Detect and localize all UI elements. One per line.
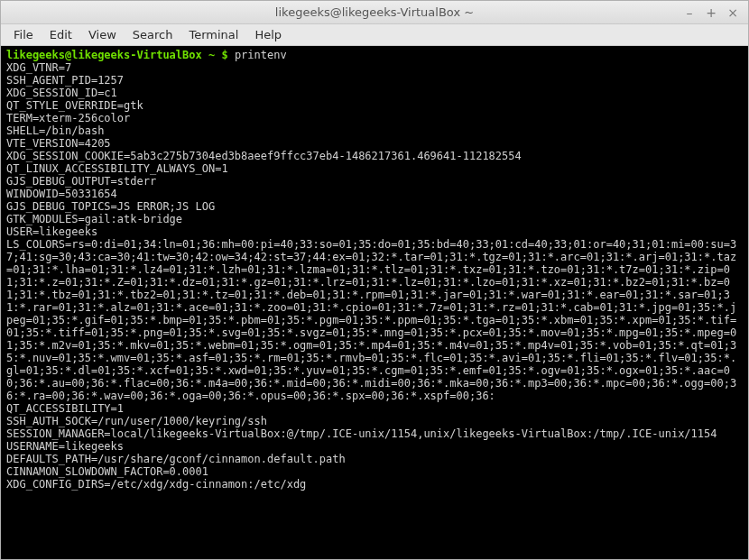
menubar: File Edit View Search Terminal Help	[1, 24, 748, 46]
prompt-path: ~	[208, 49, 221, 61]
output-line: QT_LINUX_ACCESSIBILITY_ALWAYS_ON=1	[6, 162, 743, 175]
output-line: GJS_DEBUG_OUTPUT=stderr	[6, 175, 743, 188]
output-line: SESSION_MANAGER=local/likegeeks-VirtualB…	[6, 427, 743, 440]
minimize-button[interactable]: –	[683, 6, 696, 19]
output-line: VTE_VERSION=4205	[6, 137, 743, 150]
output-line: XDG_VTNR=7	[6, 61, 743, 74]
menu-help[interactable]: Help	[247, 26, 289, 43]
output-line: USERNAME=likegeeks	[6, 440, 743, 453]
output-line: XDG_CONFIG_DIRS=/etc/xdg/xdg-cinnamon:/e…	[6, 478, 743, 491]
close-button[interactable]: ×	[726, 6, 739, 19]
window-controls: – + ×	[683, 6, 743, 19]
output-line: WINDOWID=50331654	[6, 188, 743, 200]
output-line: CINNAMON_SLOWDOWN_FACTOR=0.0001	[6, 465, 743, 478]
output-line: SSH_AGENT_PID=1257	[6, 74, 743, 87]
command-text: printenv	[235, 49, 287, 61]
menu-file[interactable]: File	[6, 26, 41, 43]
output-line: QT_ACCESSIBILITY=1	[6, 402, 743, 415]
menu-edit[interactable]: Edit	[42, 26, 79, 43]
menu-view[interactable]: View	[81, 26, 124, 43]
titlebar[interactable]: likegeeks@likegeeks-VirtualBox ~ – + ×	[1, 1, 748, 24]
terminal-window: likegeeks@likegeeks-VirtualBox ~ – + × F…	[0, 0, 749, 560]
output-line: GJS_DEBUG_TOPICS=JS ERROR;JS LOG	[6, 200, 743, 213]
prompt-symbol: $	[221, 49, 234, 61]
menu-terminal[interactable]: Terminal	[181, 26, 245, 43]
output-line: SSH_AUTH_SOCK=/run/user/1000/keyring/ssh	[6, 415, 743, 427]
output-line: XDG_SESSION_COOKIE=5ab3c275b7304ed3b8aee…	[6, 150, 743, 162]
output-line: TERM=xterm-256color	[6, 112, 743, 124]
maximize-button[interactable]: +	[705, 6, 717, 19]
prompt-line: likegeeks@likegeeks-VirtualBox ~ $ print…	[6, 49, 743, 61]
output-line: XDG_SESSION_ID=c1	[6, 87, 743, 99]
window-title: likegeeks@likegeeks-VirtualBox ~	[1, 5, 748, 19]
output-line: SHELL=/bin/bash	[6, 124, 743, 137]
menu-search[interactable]: Search	[125, 26, 180, 43]
output-line: QT_STYLE_OVERRIDE=gtk	[6, 99, 743, 112]
output-line: DEFAULTS_PATH=/usr/share/gconf/cinnamon.…	[6, 453, 743, 465]
output-line: USER=likegeeks	[6, 225, 743, 238]
terminal-viewport[interactable]: likegeeks@likegeeks-VirtualBox ~ $ print…	[1, 46, 748, 559]
output-line: GTK_MODULES=gail:atk-bridge	[6, 213, 743, 225]
prompt-user-host: likegeeks@likegeeks-VirtualBox	[6, 49, 208, 61]
output-line: LS_COLORS=rs=0:di=01;34:ln=01;36:mh=00:p…	[6, 238, 743, 402]
